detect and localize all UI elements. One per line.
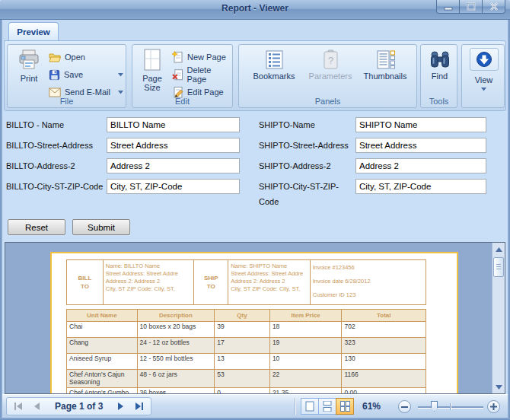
- zoom-out-button[interactable]: [398, 400, 411, 413]
- cell-qty: 39: [215, 322, 270, 337]
- billto-street-input[interactable]: [107, 138, 240, 153]
- invoice-header-table: BILL TO Name: BILLTO Name Street Address…: [66, 259, 426, 305]
- table-row: Chang 24 - 12 oz bottles 17 19 323: [67, 338, 426, 354]
- close-button[interactable]: [482, 0, 505, 14]
- zoom-slider-thumb[interactable]: [431, 401, 438, 412]
- invoice-meta: Invoice #123456 Invoice date 6/28/2012 C…: [311, 260, 426, 304]
- thumbnails-icon: [375, 49, 396, 70]
- shipto-city-input[interactable]: [355, 179, 486, 194]
- cell-qty: 53: [215, 370, 270, 387]
- invoice-shipto-label: SHIP TO: [194, 260, 228, 304]
- shipto-name-input[interactable]: [355, 117, 486, 132]
- view-icon-frame: [470, 48, 499, 71]
- vertical-scrollbar[interactable]: [492, 243, 505, 393]
- invoice-table-header-row: Unit Name Description Qty Item Price Tot…: [67, 310, 426, 322]
- scroll-down-button[interactable]: [492, 380, 505, 393]
- save-floppy-icon: [49, 69, 60, 81]
- group-caption-edit: Edit: [132, 97, 232, 107]
- zoom-in-button[interactable]: [487, 400, 500, 413]
- shipto-street-input[interactable]: [355, 138, 486, 153]
- billto-city-input[interactable]: [107, 179, 240, 194]
- col-item-price: Item Price: [270, 310, 343, 321]
- first-page-button[interactable]: [9, 399, 27, 414]
- parameters-button: ? Parameters: [306, 49, 355, 81]
- cell-total: 0.00: [342, 388, 426, 394]
- cell-description: 10 boxes x 20 bags: [138, 322, 215, 337]
- scroll-down-icon: [496, 385, 502, 390]
- new-page-icon: [172, 51, 183, 63]
- shipto-name-label: SHIPTO-Name: [259, 117, 355, 132]
- cell-qty: 17: [215, 338, 270, 353]
- new-page-label: New Page: [187, 52, 226, 62]
- continuous-view-button[interactable]: [318, 398, 336, 415]
- cell-unit-name: Chef Anton's Gumbo Mix: [67, 388, 138, 394]
- previous-page-button[interactable]: [27, 399, 46, 414]
- status-bar: Page 1 of 3 61%: [2, 394, 508, 418]
- shipto-address2-input[interactable]: [355, 158, 486, 173]
- cell-unit-name: Chef Anton's Cajun Seasoning: [67, 370, 138, 387]
- title-bar: Report - Viewer: [0, 0, 510, 20]
- scroll-up-button[interactable]: [492, 243, 505, 256]
- col-description: Description: [138, 310, 215, 321]
- billto-address2-input[interactable]: [107, 158, 240, 173]
- single-page-view-icon: [305, 401, 314, 412]
- tab-preview[interactable]: Preview: [8, 22, 59, 41]
- print-button[interactable]: Print: [12, 48, 46, 83]
- billto-name-label: BILLTO - Name: [6, 117, 104, 132]
- submit-button[interactable]: Submit: [72, 219, 130, 235]
- save-label: Save: [64, 70, 83, 79]
- view-button[interactable]: View: [468, 48, 499, 91]
- invoice-billto-label: BILL TO: [67, 260, 104, 304]
- save-button[interactable]: Save: [49, 67, 123, 82]
- cell-total: 702: [342, 322, 426, 337]
- cell-item-price: 22: [270, 370, 343, 387]
- open-button[interactable]: Open: [49, 49, 123, 65]
- single-page-view-button[interactable]: [301, 398, 319, 415]
- page-size-label: Page Size: [135, 74, 169, 92]
- thumbnails-label: Thumbnails: [364, 72, 407, 81]
- tab-strip: Preview: [2, 20, 508, 41]
- reset-button[interactable]: Reset: [8, 219, 65, 235]
- minimize-button[interactable]: [436, 0, 460, 14]
- shipto-city-label: SHIPTO-City-ST-ZIP-Code: [259, 179, 355, 194]
- email-icon: [49, 88, 61, 97]
- print-label: Print: [21, 74, 38, 83]
- maximize-button[interactable]: [459, 0, 483, 14]
- page-size-icon: [141, 48, 164, 72]
- view-label: View: [475, 75, 493, 84]
- cell-description: 24 - 12 oz bottles: [138, 338, 215, 353]
- view-dropdown-arrow-icon: [481, 88, 486, 91]
- zoom-slider-track[interactable]: [418, 406, 483, 408]
- find-button[interactable]: Find: [424, 49, 455, 81]
- new-page-button[interactable]: New Page: [172, 49, 231, 65]
- cell-qty: 0: [215, 388, 270, 394]
- printer-icon: [17, 48, 41, 72]
- last-page-button[interactable]: [130, 399, 148, 414]
- ribbon: Print Open Save: [4, 40, 506, 111]
- bookmarks-button[interactable]: Bookmarks: [247, 49, 301, 81]
- statusbar-divider: [295, 398, 295, 415]
- multipage-view-button[interactable]: [336, 398, 354, 415]
- send-email-dropdown-arrow-icon: [118, 91, 123, 94]
- delete-page-button[interactable]: Delete Page: [172, 67, 231, 82]
- billto-address2-label: BILLTO-Address-2: [6, 158, 104, 173]
- find-label: Find: [432, 72, 448, 81]
- first-page-icon: [14, 402, 23, 410]
- window-controls: [437, 0, 505, 14]
- cell-item-price: 19: [270, 338, 343, 353]
- col-qty: Qty: [215, 310, 270, 321]
- shipto-street-label: SHIPTO-Street-Address: [259, 138, 355, 153]
- app-window: Report - Viewer Preview: [0, 0, 510, 420]
- billto-name-input[interactable]: [107, 117, 240, 132]
- next-page-button[interactable]: [112, 399, 130, 414]
- bookmarks-icon: [264, 49, 285, 70]
- scrollbar-thumb[interactable]: [493, 257, 504, 277]
- invoice-shipto-info: Name: SHIPTO Name Street Address: Street…: [228, 260, 311, 304]
- edit-page-label: Edit Page: [187, 88, 224, 97]
- thumbnails-button[interactable]: Thumbnails: [358, 49, 413, 81]
- page-size-button[interactable]: Page Size: [135, 48, 169, 92]
- parameters-icon: ?: [320, 49, 341, 70]
- cell-item-price: 21.35: [270, 388, 343, 394]
- svg-text:?: ?: [327, 55, 333, 66]
- shipto-address2-label: SHIPTO-Address-2: [259, 158, 355, 173]
